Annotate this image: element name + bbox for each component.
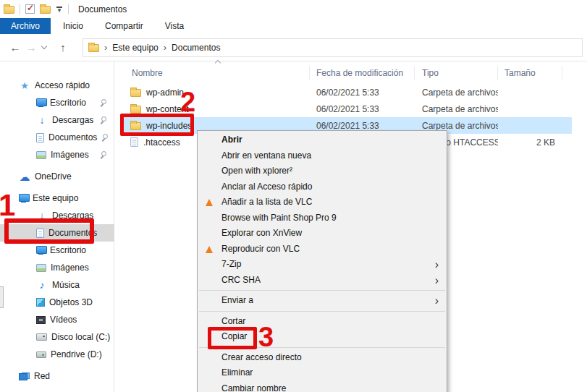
ribbon-tab-bar: Archivo Inicio Compartir Vista <box>0 18 587 34</box>
vlc-cone-icon <box>206 246 213 253</box>
annotation-box-copiar <box>208 327 257 349</box>
column-header-tipo[interactable]: Tipo <box>415 66 498 80</box>
tab-inicio[interactable]: Inicio <box>54 18 93 34</box>
sidebar-item-este-equipo[interactable]: Este equipo <box>0 189 114 207</box>
quick-access-star-icon <box>19 80 30 90</box>
submenu-chevron-icon: › <box>435 257 439 273</box>
window-title: Documentos <box>78 4 127 14</box>
document-icon <box>36 133 44 142</box>
menu-item-abrir-en-ventana-nueva[interactable]: Abrir en ventana nueva <box>198 148 447 164</box>
sidebar-item-documentos-qa[interactable]: Documentos <box>0 129 114 146</box>
annotation-box-wp-includes <box>120 114 194 136</box>
htaccess-file-icon <box>130 137 138 147</box>
pin-icon <box>100 99 107 107</box>
sidebar-item-pendrive-d[interactable]: Pendrive (D:) <box>0 346 114 363</box>
folder-icon <box>130 89 141 97</box>
menu-item-cambiar-nombre[interactable]: Cambiar nombre <box>198 381 447 392</box>
left-edge-notch <box>0 286 4 308</box>
pin-icon <box>101 134 109 142</box>
column-header-nombre[interactable]: Nombre <box>123 66 310 80</box>
sidebar-item-objetos-3d[interactable]: Objetos 3D <box>0 294 114 311</box>
sidebar-item-disco-local-c[interactable]: Disco local (C:) <box>0 328 114 346</box>
folder-icon <box>130 106 141 114</box>
address-folder-icon <box>88 44 99 52</box>
customize-quick-access-caret-icon[interactable] <box>56 5 63 14</box>
quick-access-newfolder-icon[interactable] <box>40 6 51 14</box>
desktop-icon <box>36 246 46 255</box>
menu-item-browse-with-paint-shop-pro-9[interactable]: Browse with Paint Shop Pro 9 <box>198 210 447 226</box>
annotation-step-1-number: 1 <box>0 190 15 221</box>
navigation-bar: ← → ↑ › Este equipo › Documentos <box>0 34 587 61</box>
titlebar-separator <box>68 4 69 14</box>
pictures-icon <box>36 264 46 272</box>
network-icon <box>19 372 30 380</box>
recent-locations-chevron-icon[interactable] <box>41 43 47 49</box>
pictures-icon <box>36 151 46 159</box>
menu-item-explorar-con-xnview[interactable]: Explorar con XnView <box>198 226 447 242</box>
menu-separator <box>199 290 445 291</box>
breadcrumb-separator: › <box>104 42 107 53</box>
titlebar-separator <box>20 4 20 14</box>
tab-compartir[interactable]: Compartir <box>96 18 153 34</box>
tab-archivo[interactable]: Archivo <box>0 18 51 34</box>
quick-access-properties-icon[interactable] <box>25 4 35 14</box>
annotation-step-2-number: 2 <box>180 88 195 116</box>
app-folder-icon <box>4 6 14 14</box>
column-header-tamano[interactable]: Tamaño <box>498 66 562 80</box>
downloads-icon <box>36 115 48 125</box>
tab-vista[interactable]: Vista <box>156 18 193 34</box>
menu-item-reproducir-con-vlc[interactable]: Reproducir con VLC <box>198 242 447 257</box>
vlc-cone-icon <box>206 199 213 206</box>
music-icon <box>36 280 48 290</box>
annotation-box-sidebar-documentos <box>4 218 94 244</box>
submenu-chevron-icon: › <box>435 293 439 309</box>
menu-item-crc-sha[interactable]: CRC SHA› <box>198 273 447 289</box>
sidebar-item-imagenes-qa[interactable]: Imágenes <box>0 146 114 163</box>
desktop-icon <box>36 98 46 107</box>
onedrive-cloud-icon <box>19 171 30 182</box>
sidebar-item-escritorio[interactable]: Escritorio <box>0 242 114 259</box>
back-icon[interactable]: ← <box>7 41 23 54</box>
address-bar[interactable]: › Este equipo › Documentos <box>83 38 583 57</box>
annotation-step-3-number: 3 <box>258 323 274 351</box>
forward-icon[interactable]: → <box>23 41 39 54</box>
context-menu: Abrir Abrir en ventana nueva Open with x… <box>197 130 447 392</box>
sidebar-item-escritorio-qa[interactable]: Escritorio <box>0 94 114 111</box>
breadcrumb-este-equipo[interactable]: Este equipo <box>112 43 158 53</box>
pin-icon <box>100 116 107 124</box>
menu-item-anclar-al-acceso-rapido[interactable]: Anclar al Acceso rápido <box>198 179 447 195</box>
hard-disk-icon <box>36 333 47 341</box>
breadcrumb-documentos[interactable]: Documentos <box>172 43 220 53</box>
submenu-chevron-icon: › <box>435 273 439 289</box>
sidebar-item-imagenes[interactable]: Imágenes <box>0 259 114 276</box>
3d-objects-icon <box>36 298 45 307</box>
up-icon[interactable]: ↑ <box>55 41 71 54</box>
column-header-fecha[interactable]: Fecha de modificación <box>310 66 415 80</box>
sidebar-item-red[interactable]: Red <box>0 367 114 385</box>
computer-icon <box>19 194 28 203</box>
menu-separator <box>199 311 445 312</box>
sidebar-item-descargas-qa[interactable]: Descargas <box>0 111 114 129</box>
breadcrumb-separator: › <box>164 42 166 53</box>
column-header-row: Nombre Fecha de modificación Tipo Tamaño <box>123 61 587 84</box>
sidebar-item-acceso-rapido[interactable]: Acceso rápido <box>0 77 114 94</box>
menu-item-eliminar[interactable]: Eliminar <box>198 365 447 381</box>
usb-drive-icon <box>36 351 46 358</box>
menu-item-anadir-a-la-lista-de-vlc[interactable]: Añadir a la lista de VLC <box>198 195 447 210</box>
pin-icon <box>100 151 107 159</box>
title-bar: Documentos <box>0 0 587 18</box>
sidebar-item-videos[interactable]: Vídeos <box>0 311 114 328</box>
sidebar-item-onedrive[interactable]: OneDrive <box>0 168 114 185</box>
menu-item-abrir[interactable]: Abrir <box>198 132 447 148</box>
menu-item-7-zip[interactable]: 7-Zip› <box>198 257 447 273</box>
sidebar-item-musica[interactable]: Música <box>0 276 114 294</box>
menu-item-enviar-a[interactable]: Enviar a› <box>198 293 447 309</box>
menu-item-crear-acceso-directo[interactable]: Crear acceso directo <box>198 350 447 366</box>
videos-icon <box>36 316 46 324</box>
menu-item-open-with-xplorer2[interactable]: Open with xplorer² <box>198 163 447 179</box>
